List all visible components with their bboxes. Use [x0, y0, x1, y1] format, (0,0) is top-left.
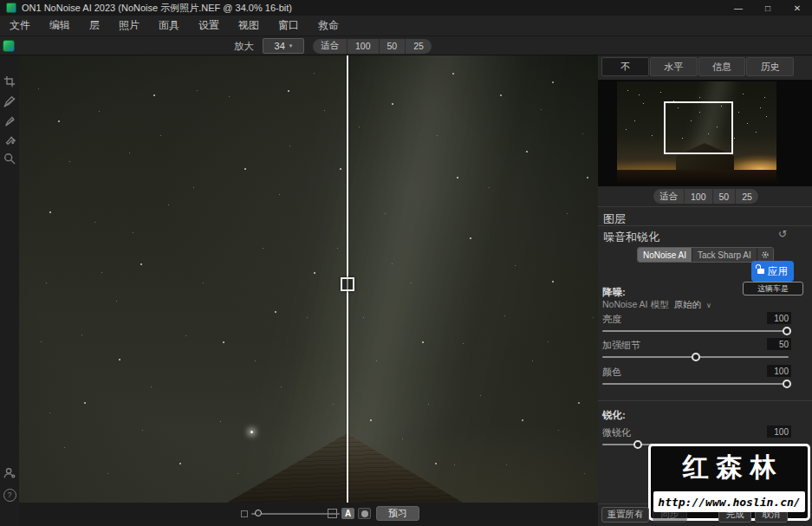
fit-button[interactable]: 适合 [313, 39, 348, 54]
mask-view-icon[interactable] [328, 509, 337, 518]
model-row[interactable]: NoNoise AI 模型 原始的 ∨ [602, 299, 711, 311]
sharpen-header: 锐化: [602, 409, 626, 422]
divider [598, 400, 812, 401]
menu-window[interactable]: 窗口 [269, 16, 309, 36]
minimize-button[interactable]: — [724, 0, 753, 16]
local-brush-tool-icon[interactable] [3, 114, 16, 127]
micro-sharpen-label: 微锐化 [602, 426, 631, 439]
micro-sharpen-value: 100 [767, 425, 791, 438]
luminance-value: 100 [767, 312, 791, 324]
color-slider-knob[interactable] [783, 380, 791, 388]
color-slider[interactable] [602, 383, 789, 385]
panel-tabs: 不 水平 信息 历史 [601, 57, 794, 76]
swatch-icon[interactable] [241, 510, 248, 517]
auto-toggle[interactable]: A [341, 508, 354, 519]
detail-value: 50 [767, 338, 791, 350]
top-toolbar: 放大 34 ▾ 适合 100 50 25 [0, 36, 812, 55]
zoom-50-button[interactable]: 50 [380, 39, 406, 54]
refine-tool-icon[interactable] [3, 133, 16, 146]
close-button[interactable]: ✕ [783, 0, 812, 16]
gear-icon [761, 250, 770, 259]
unlock-icon [757, 269, 764, 274]
tab-levels[interactable]: 水平 [650, 57, 698, 76]
help-icon[interactable]: ? [3, 488, 16, 502]
divider [598, 225, 812, 226]
menu-layer[interactable]: 层 [80, 16, 109, 36]
tool-rail: ? [0, 55, 19, 526]
vignette-overlay [19, 55, 598, 503]
app-logo-icon [6, 3, 16, 13]
compare-button[interactable]: 这辆车是 [743, 282, 803, 295]
noise-sharpen-header[interactable]: 噪音和锐化 [603, 230, 659, 245]
divider [598, 206, 812, 207]
apply-button[interactable]: 应用 [751, 261, 794, 282]
nav-100-button[interactable]: 100 [685, 189, 713, 204]
nav-25-button[interactable]: 25 [736, 189, 758, 204]
tack-sharp-ai-tab[interactable]: Tack Sharp AI [692, 248, 757, 262]
window-controls: — □ ✕ [724, 0, 812, 16]
user-account-icon[interactable] [3, 466, 16, 480]
denoise-header: 降噪: [602, 286, 626, 299]
window-title: ON1 NoNoise AI 2023 (NoNoise 示例照片.NEF @ … [22, 2, 292, 15]
color-label: 颜色 [602, 366, 621, 379]
ai-settings-tab[interactable] [757, 248, 773, 262]
title-bar: ON1 NoNoise AI 2023 (NoNoise 示例照片.NEF @ … [0, 0, 812, 16]
split-drag-handle[interactable] [341, 277, 354, 291]
overlay-toggle-icon[interactable] [358, 508, 371, 519]
navigator-thumbnail[interactable] [617, 81, 776, 184]
tab-history[interactable]: 历史 [746, 57, 794, 76]
chevron-down-icon: ▾ [289, 42, 293, 49]
opacity-slider-knob[interactable] [255, 510, 262, 516]
photo-canvas[interactable] [19, 55, 598, 503]
nav-50-button[interactable]: 50 [713, 189, 737, 204]
navigator-view-rectangle[interactable] [664, 101, 733, 154]
luminance-slider-knob[interactable] [783, 327, 791, 335]
menu-mask[interactable]: 面具 [149, 16, 189, 36]
navigator-preview [598, 80, 812, 186]
detail-slider-knob[interactable] [692, 353, 700, 361]
crop-tool-icon[interactable] [3, 75, 16, 88]
nav-fit-button[interactable]: 适合 [653, 189, 685, 204]
navigator-zoom-group: 适合 100 50 25 [653, 189, 758, 204]
detail-label: 加强细节 [602, 339, 640, 352]
tab-info[interactable]: 信息 [698, 57, 746, 76]
thumb-ground [617, 170, 776, 184]
zoom-label: 放大 [234, 40, 254, 53]
reset-all-button[interactable]: 重置所有 [601, 507, 649, 523]
micro-sharpen-slider-knob[interactable] [633, 440, 642, 449]
mask-brush-tool-icon[interactable] [3, 94, 16, 108]
color-value: 100 [767, 365, 791, 377]
menu-view[interactable]: 视图 [229, 16, 269, 36]
watermark-title: 红森林 [648, 450, 810, 485]
apply-label: 应用 [768, 265, 788, 278]
menu-file[interactable]: 文件 [0, 16, 40, 36]
zoom-preset-group: 适合 100 50 25 [313, 39, 432, 54]
app-module-icon[interactable] [3, 40, 15, 52]
model-label: NoNoise AI 模型 [602, 299, 668, 311]
menu-edit[interactable]: 编辑 [40, 16, 80, 36]
watermark-url: http://www.hoslin.cn/ [653, 491, 805, 512]
view-zoom-tool-icon[interactable] [3, 152, 16, 166]
luminance-slider[interactable] [602, 330, 789, 332]
reset-section-icon[interactable]: ↺ [778, 228, 787, 240]
zoom-select[interactable]: 34 ▾ [263, 38, 304, 54]
on1-nonoise-window: ON1 NoNoise AI 2023 (NoNoise 示例照片.NEF @ … [0, 0, 812, 526]
canvas-bottom-bar: A 预习 [19, 503, 598, 526]
detail-slider[interactable] [602, 356, 789, 358]
zoom-100-button[interactable]: 100 [348, 39, 380, 54]
zoom-value: 34 [275, 41, 285, 51]
tab-navigator[interactable]: 不 [601, 57, 649, 76]
preview-button[interactable]: 预习 [376, 506, 419, 521]
menu-help[interactable]: 救命 [309, 16, 348, 36]
maximize-button[interactable]: □ [753, 0, 783, 16]
opacity-slider[interactable] [251, 513, 340, 515]
chevron-down-icon: ∨ [706, 302, 711, 309]
model-value: 原始的 [673, 299, 701, 311]
menu-bar: 文件 编辑 层 照片 面具 设置 视图 窗口 救命 [0, 16, 812, 36]
nonoise-ai-tab[interactable]: NoNoise AI [638, 248, 692, 262]
zoom-25-button[interactable]: 25 [406, 39, 432, 54]
menu-photo[interactable]: 照片 [109, 16, 149, 36]
menu-settings[interactable]: 设置 [189, 16, 229, 36]
luminance-label: 亮度 [602, 313, 621, 326]
question-mark-glyph: ? [3, 489, 16, 502]
